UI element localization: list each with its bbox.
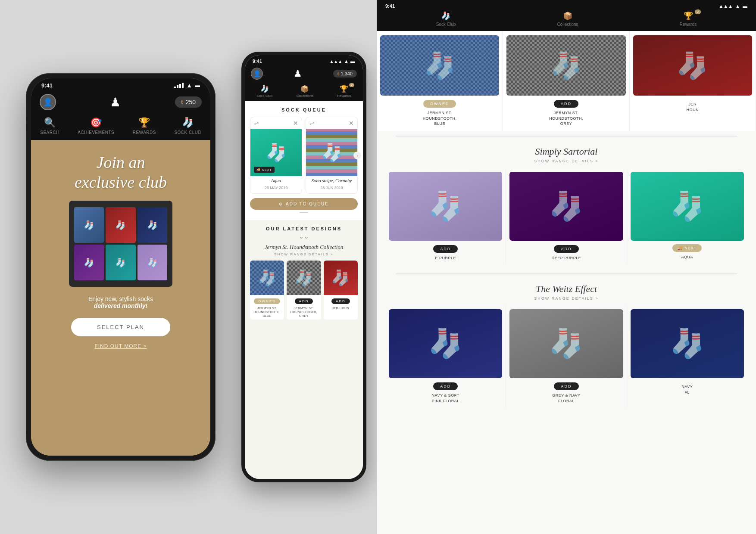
product-cards-row: 🧦 OWNED JERMYN ST. HOUNDSTOOTH, BLUE 🧦 A… [250, 261, 358, 320]
add-badge-navy-pink[interactable]: ADD [433, 382, 458, 390]
middle-token: t 1,340 [333, 70, 357, 78]
top-img-dark: 🧦 [633, 35, 752, 96]
add-badge-red[interactable]: ADD [331, 298, 350, 304]
top-badge-blue: OWNED [423, 99, 456, 108]
middle-status-icons: ▲▲▲ ▲ ▬ [329, 59, 355, 64]
product-aqua: 🧦 🚚 NEXT AQUA [627, 168, 747, 264]
top-product-dark: 🧦 JERHOUN [630, 31, 756, 131]
product-name-red: JER HOUN [330, 305, 351, 312]
middle-phone: 9:41 ▲▲▲ ▲ ▬ 👤 ♟ t 1,340 🧦 Sock Club 📦 [241, 52, 366, 482]
tab-collections[interactable]: 📦 Collections [297, 85, 313, 98]
owned-badge: OWNED [254, 298, 280, 304]
product-img-grey: 🧦 [287, 261, 321, 295]
right-content: 🧦 OWNED JERMYN ST.HOUNDSTOOTH,BLUE 🧦 ADD… [377, 31, 756, 534]
logo: ♟ [110, 95, 121, 109]
right-rewards-badge: 2 [695, 9, 701, 14]
add-badge-grey[interactable]: ADD [295, 298, 313, 304]
name-deep-purple: DEEP PURPLE [552, 255, 581, 261]
find-out-link[interactable]: FIND OUT MORE > [94, 343, 147, 349]
tab-sock-club-label: Sock Club [257, 94, 272, 98]
middle-tabs: 🧦 Sock Club 📦 Collections 🏆 2 Rewards [245, 83, 363, 101]
scroll-dot [300, 212, 308, 213]
product-badge-grey: ADD [287, 295, 321, 305]
nav-sock-club[interactable]: 🧦 Sock Club [174, 117, 201, 135]
truck-icon-aqua: 🚚 [678, 246, 683, 250]
top-name-blue: JERMYN ST.HOUNDSTOOTH,BLUE [423, 110, 457, 127]
search-icon: 🔍 [44, 117, 56, 128]
add-to-queue-button[interactable]: ⊕ ADD TO QUEUE [250, 198, 358, 210]
name-aqua: AQUA [681, 255, 694, 260]
next-label: NEXT [262, 168, 272, 171]
left-phone: 9:41 ▲ ▬ 👤 ♟ t 250 🔍 Search [26, 73, 216, 461]
token-balance: t 250 [175, 96, 202, 108]
nav-rewards[interactable]: 🏆 Rewards [133, 117, 156, 135]
latest-designs-section: OUR LATEST DESIGNS ⌄⌄ Jermyn St. Houndst… [245, 220, 363, 479]
product-name-blue: JERMYN ST. HOUNDSTOOTH, BLUE [250, 305, 284, 320]
middle-header: 👤 ♟ t 1,340 [245, 66, 363, 83]
queue-card-aqua: ⇌ ✕ 🧦 🚚 NEXT Aqua 23 MAY 2019 [250, 117, 302, 194]
right-tab-rewards[interactable]: 🏆 2 Rewards [680, 11, 697, 27]
sock-queue-section: SOCK QUEUE ⇌ ✕ 🧦 🚚 NEXT Aqua [245, 101, 363, 220]
tab-rewards-label: Rewards [337, 94, 351, 98]
product-card-red: 🧦 ADD JER HOUN [324, 261, 358, 320]
subtitle-line1: Enjoy new, stylish socks [88, 295, 153, 302]
product-img-red: 🧦 [324, 261, 358, 295]
product-name-grey: JERMYN ST. HOUNDSTOOTH, GREY [287, 305, 321, 320]
card-name-aqua: Aqua [250, 176, 302, 186]
truck-icon: 🚚 [256, 168, 261, 171]
product-card-grey: 🧦 ADD JERMYN ST. HOUNDSTOOTH, GREY [287, 261, 321, 320]
sock-club-icon: 🧦 [182, 117, 194, 128]
socks-box-image: 🧦 🧦 🧦 🧦 🧦 🧦 [69, 201, 172, 287]
add-badge-lilac[interactable]: ADD [433, 245, 458, 253]
nav-sock-club-label: Sock Club [174, 130, 201, 135]
top-product-grey: 🧦 ADD JERMYN ST.HOUNDSTOOTH,GREY [503, 31, 629, 131]
tab-rewards[interactable]: 🏆 2 Rewards [337, 85, 351, 98]
right-header: 9:41 ▲▲▲ ▲ ▬ 🧦 Sock Club 📦 Collections 🏆… [377, 0, 756, 31]
right-nav: 🧦 Sock Club 📦 Collections 🏆 2 Rewards [385, 11, 747, 31]
middle-battery-icon: ▬ [350, 59, 355, 64]
right-rewards-icon: 🏆 [684, 11, 693, 21]
left-header: 👤 ♟ t 250 [31, 91, 210, 115]
rewards-icon: 🏆 [138, 117, 150, 128]
select-plan-button[interactable]: SELECT PLAN [71, 318, 170, 336]
token-amount: 250 [186, 99, 196, 106]
right-battery-icon: ▬ [743, 3, 747, 9]
add-badge-deep-purple[interactable]: ADD [554, 245, 578, 253]
middle-avatar[interactable]: 👤 [251, 68, 263, 80]
close-icon[interactable]: ✕ [293, 120, 298, 127]
join-headline: Join an exclusive club [75, 153, 167, 192]
nav-search[interactable]: 🔍 Search [40, 117, 59, 135]
badge-aqua: 🚚 NEXT [672, 244, 702, 252]
weitz-link[interactable]: SHOW RANGE DETAILS > [385, 296, 747, 301]
sock-navy: 🧦 [137, 207, 167, 243]
avatar[interactable]: 👤 [40, 94, 56, 110]
sock-teal: 🧦 [106, 245, 135, 280]
right-collections-label: Collections [557, 22, 578, 27]
img-grey-navy: 🧦 [509, 309, 623, 378]
queue-nav-arrow[interactable]: › [353, 152, 361, 159]
img-deep-purple: 🧦 [509, 172, 623, 241]
middle-signal-icon: ▲▲▲ [329, 59, 342, 64]
right-tab-sock-club[interactable]: 🧦 Sock Club [436, 11, 456, 27]
right-tab-collections[interactable]: 📦 Collections [557, 11, 578, 27]
subtitle-em: delivered monthly! [94, 302, 147, 309]
tab-sock-club[interactable]: 🧦 Sock Club [257, 85, 272, 98]
left-nav: 🔍 Search 🎯 Achievements 🏆 Rewards 🧦 Sock… [31, 115, 210, 140]
next-badge-aqua: 🚚 NEXT [672, 244, 702, 252]
simply-sartorial-link[interactable]: SHOW RANGE DETAILS > [385, 159, 747, 163]
tab-collections-label: Collections [297, 94, 313, 98]
top-name-dark: JERHOUN [687, 102, 699, 112]
middle-token-amount: 1,340 [341, 71, 353, 76]
nav-search-label: Search [40, 130, 59, 135]
top-badge-grey: ADD [554, 99, 578, 108]
aqua-sock-image: 🧦 🚚 NEXT [250, 129, 302, 176]
add-badge-top-grey[interactable]: ADD [554, 100, 578, 108]
left-time: 9:41 [41, 82, 53, 89]
card-name-soho: Soho stripe, Carnaby [306, 176, 357, 186]
nav-achievements[interactable]: 🎯 Achievements [78, 117, 114, 135]
add-badge-grey-navy[interactable]: ADD [554, 382, 578, 390]
right-panel: 9:41 ▲▲▲ ▲ ▬ 🧦 Sock Club 📦 Collections 🏆… [377, 0, 756, 534]
show-range-link[interactable]: SHOW RANGE DETAILS > [250, 252, 358, 256]
badge-grey-navy: ADD [554, 382, 578, 390]
close2-icon[interactable]: ✕ [349, 120, 354, 127]
